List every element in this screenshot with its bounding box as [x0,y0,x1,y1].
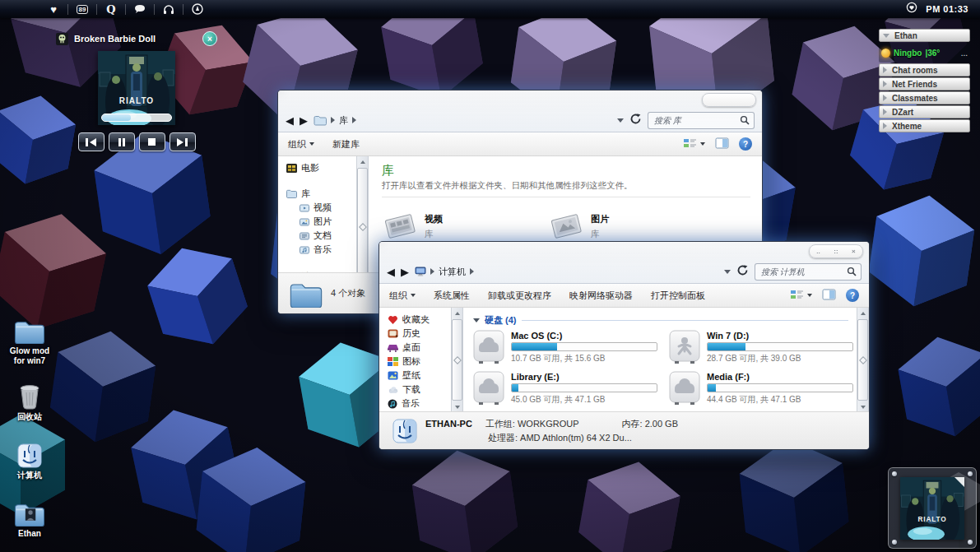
sidebar-item-wallpaper[interactable]: 壁纸 [388,369,451,383]
player-progress-bar[interactable] [101,114,172,122]
scroll-up-icon[interactable] [358,156,367,167]
weather-more: ... [961,49,968,58]
sidebar-item-icons[interactable]: 图标 [388,355,451,369]
forward-button[interactable] [401,267,409,277]
window-controls-pill[interactable] [702,93,756,107]
new-library-button[interactable]: 新建库 [332,138,360,151]
player-progress-fill [102,114,131,121]
scrollbar-thumb[interactable] [357,168,368,286]
change-view-button[interactable] [790,290,812,301]
heart-icon[interactable] [39,0,67,18]
library-item-pictures[interactable]: 图片库 [548,211,609,240]
breadcrumb-dropdown-icon[interactable] [617,118,624,123]
sidebar-item-libraries[interactable]: 库 [286,187,356,201]
desktop-icon-recycle-bin[interactable]: 回收站 [17,384,42,422]
finder-face-icon [392,419,417,443]
pause-button[interactable] [109,132,135,151]
library-item-videos[interactable]: 视频库 [382,211,443,240]
computer-sidebar-scrollbar[interactable] [451,308,463,412]
computer-titlebar[interactable]: .. :: × [379,242,869,260]
chat-bubble-icon[interactable] [126,0,154,18]
drive-item-e[interactable]: Library (E:) 45.0 GB 可用, 共 47.1 GB [473,371,661,406]
sidebar-item-documents[interactable]: 文档 [300,229,356,243]
scroll-up-icon[interactable] [453,308,462,318]
forward-button[interactable] [300,115,308,126]
desktop-icon-ethan[interactable]: Ethan [14,500,45,539]
drive-usage-fill [708,384,716,392]
libraries-titlebar[interactable] [278,90,762,109]
drive-item-f[interactable]: Media (F:) 44.4 GB 可用, 共 47.1 GB [669,371,857,406]
uninstall-program-button[interactable]: 卸载或更改程序 [488,290,551,302]
player-logo-icon [56,33,68,45]
album-art [98,51,175,125]
organize-button[interactable]: 组织 [389,290,416,302]
contact-group-classmates[interactable]: Classmates [879,91,970,104]
player-close-icon[interactable] [202,31,217,46]
desktop-icon-computer[interactable]: 计算机 [17,443,42,480]
sidebar-item-music[interactable]: 音乐 [300,243,356,257]
compass-icon[interactable] [183,0,211,18]
help-icon[interactable] [739,137,752,151]
weather-row[interactable]: Ningbo |36° ... [879,43,970,63]
scrollbar-thumb[interactable] [857,319,868,401]
sidebar-item-downloads[interactable]: 下载 [388,383,451,397]
system-properties-button[interactable]: 系统属性 [434,290,470,302]
scrollbar-thumb[interactable] [452,319,462,401]
badge-89-icon[interactable]: 89 [68,0,96,18]
qq-icon[interactable] [97,0,125,18]
gadget-photo[interactable] [900,477,964,540]
sidebar-item-favorites[interactable]: 收藏夹 [388,313,451,327]
next-button[interactable] [170,132,196,151]
computer-main-scrollbar[interactable] [857,308,869,412]
breadcrumb[interactable]: 库 [314,112,624,128]
contact-group-net-friends[interactable]: Net Friends [879,77,970,90]
scroll-up-icon[interactable] [858,308,867,318]
drive-group-header[interactable]: 硬盘 (4) [473,314,848,327]
sidebar-item-pictures[interactable]: 图片 [300,215,356,229]
drive-name: Win 7 (D:) [707,331,853,341]
preview-pane-button[interactable] [822,289,836,302]
sidebar-item-movies[interactable]: 电影 [286,161,356,175]
refresh-icon[interactable] [629,113,642,128]
back-button[interactable] [387,267,395,277]
previous-button[interactable] [78,132,105,151]
drive-item-d[interactable]: Win 7 (D:) 28.7 GB 可用, 共 39.0 GB [669,330,857,364]
heart-ring-icon[interactable] [906,2,917,16]
contact-group-dzart[interactable]: DZart [879,105,970,118]
stop-button[interactable] [139,132,165,151]
search-icon[interactable] [740,115,750,125]
sidebar-item-desktop[interactable]: 桌面 [388,341,451,355]
help-icon[interactable] [846,289,859,302]
sidebar-item-videos[interactable]: 视频 [300,201,356,215]
organize-button[interactable]: 组织 [288,138,314,151]
breadcrumb-separator-icon [430,268,434,275]
breadcrumb-dropdown-icon[interactable] [724,270,731,274]
close-button[interactable]: × [852,248,856,255]
drive-item-c[interactable]: Mac OS (C:) 10.7 GB 可用, 共 15.6 GB [473,330,661,364]
open-control-panel-button[interactable]: 打开控制面板 [651,290,705,302]
sidebar-item-history[interactable]: 历史 [388,327,451,341]
contact-group-user[interactable]: Ethan [879,29,970,42]
restore-button[interactable]: :: [834,248,838,255]
computer-toolbar: 组织 系统属性 卸载或更改程序 映射网络驱动器 打开控制面板 [379,284,869,308]
desktop-icon-glow-mod[interactable]: Glow mod for win7 [5,318,54,366]
back-button[interactable] [286,115,294,126]
preview-pane-button[interactable] [715,137,729,151]
sidebar-item-label: 电影 [301,162,319,174]
breadcrumb-item[interactable]: 库 [339,114,348,127]
refresh-icon[interactable] [736,264,749,280]
photo-frame-gadget[interactable] [888,467,977,549]
breadcrumb[interactable]: 计算机 [415,263,731,280]
contact-group-xtheme[interactable]: Xtheme [879,119,970,132]
sidebar-item-music[interactable]: 音乐 [388,397,451,411]
headphones-icon[interactable] [155,0,183,18]
minimize-button[interactable]: .. [816,248,820,255]
search-input[interactable] [653,115,740,126]
contact-group-chat-rooms[interactable]: Chat rooms [879,63,970,77]
breadcrumb-item[interactable]: 计算机 [439,266,466,278]
search-input[interactable] [759,267,847,277]
search-icon[interactable] [847,267,857,276]
clock[interactable]: PM 01:33 [926,4,968,14]
change-view-button[interactable] [683,138,705,150]
map-network-drive-button[interactable]: 映射网络驱动器 [569,290,633,302]
